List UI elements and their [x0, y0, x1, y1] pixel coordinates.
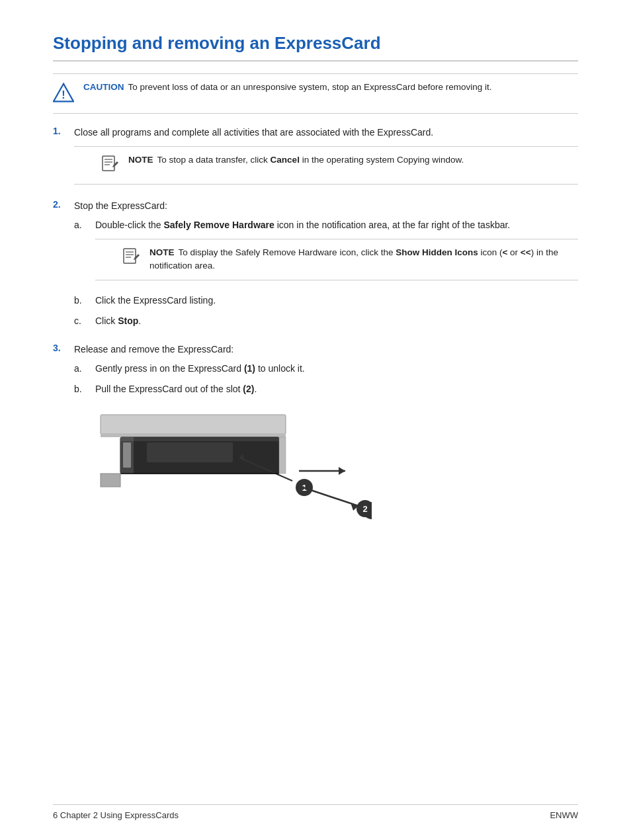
- step-2-text: Stop the ExpressCard:: [74, 200, 167, 211]
- note-bold-1: Cancel: [271, 155, 300, 165]
- step-2: 2. Stop the ExpressCard: a. Double-click…: [53, 199, 578, 335]
- svg-rect-15: [147, 442, 233, 462]
- svg-marker-16: [120, 437, 279, 441]
- step-3: 3. Release and remove the ExpressCard: a…: [53, 343, 578, 558]
- note-2a-before: To display the Safely Remove Hardware ic…: [179, 247, 396, 257]
- step-2a-content: Double-click the Safely Remove Hardware …: [95, 218, 578, 287]
- step-2-num: 2.: [53, 199, 74, 210]
- step-2-content: Stop the ExpressCard: a. Double-click th…: [74, 199, 578, 335]
- step-2c-label: c.: [74, 314, 95, 328]
- note-icon-1: [101, 155, 119, 177]
- note-2a-bold: Show Hidden Icons: [396, 247, 478, 257]
- step-3b-label: b.: [74, 382, 95, 396]
- caution-icon: !: [53, 82, 74, 105]
- note-icon-2: [122, 247, 140, 270]
- svg-line-23: [299, 486, 358, 506]
- step-2c-bold: Stop: [118, 315, 138, 326]
- steps-list: 1. Close all programs and complete all a…: [53, 126, 578, 558]
- step-2b: b. Click the ExpressCard listing.: [74, 294, 578, 308]
- step-2a-note-text: NOTETo display the Safely Remove Hardwar…: [149, 246, 578, 273]
- svg-text:2: 2: [362, 504, 367, 514]
- step-3b-bold: (2): [243, 384, 254, 394]
- step-2a-text-before: Double-click the: [95, 220, 164, 230]
- note-text-after-1: in the operating system Copying window.: [300, 155, 464, 165]
- step-3a: a. Gently press in on the ExpressCard (1…: [74, 362, 578, 376]
- step-3-content: Release and remove the ExpressCard: a. G…: [74, 343, 578, 558]
- step-2c-after: .: [138, 315, 141, 326]
- step-1-text: Close all programs and complete all acti…: [74, 127, 433, 138]
- step-3b-after: .: [254, 384, 257, 394]
- svg-rect-14: [123, 442, 131, 468]
- caution-block: ! CAUTIONTo prevent loss of data or an u…: [53, 73, 578, 114]
- svg-rect-29: [101, 474, 120, 487]
- step-2c-before: Click: [95, 315, 118, 326]
- step-2-substeps: a. Double-click the Safely Remove Hardwa…: [74, 218, 578, 328]
- step-2a-note: NOTETo display the Safely Remove Hardwar…: [95, 239, 578, 280]
- step-3a-before: Gently press in on the ExpressCard: [95, 363, 244, 374]
- step-3b-before: Pull the ExpressCard out of the slot: [95, 384, 243, 394]
- step-2a-text-after: icon in the notification area, at the fa…: [274, 220, 510, 230]
- step-2a-label: a.: [74, 218, 95, 232]
- step-1-num: 1.: [53, 126, 74, 136]
- step-3-text: Release and remove the ExpressCard:: [74, 344, 233, 355]
- svg-rect-2: [103, 156, 114, 171]
- svg-text:!: !: [62, 89, 65, 101]
- step-3-substeps: a. Gently press in on the ExpressCard (1…: [74, 362, 578, 396]
- note-2a-after: icon (: [478, 247, 503, 257]
- step-3a-content: Gently press in on the ExpressCard (1) t…: [95, 362, 578, 376]
- step-3a-after: to unlock it.: [255, 363, 305, 374]
- svg-rect-10: [101, 415, 286, 435]
- step-1-note: NOTETo stop a data transfer, click Cance…: [74, 146, 578, 185]
- step-3a-label: a.: [74, 362, 95, 376]
- step-3b-content: Pull the ExpressCard out of the slot (2)…: [95, 382, 578, 396]
- step-1-content: Close all programs and complete all acti…: [74, 126, 578, 191]
- note-2a-between: or: [507, 247, 521, 257]
- footer-right: ENWW: [550, 810, 578, 820]
- footer-left: 6 Chapter 2 Using ExpressCards: [53, 810, 179, 820]
- svg-marker-22: [339, 467, 345, 475]
- caution-text: CAUTIONTo prevent loss of data or an unr…: [83, 81, 492, 94]
- step-2c: c. Click Stop.: [74, 314, 578, 328]
- page-title: Stopping and removing an ExpressCard: [53, 33, 578, 54]
- note-2a-bold3: <<: [521, 247, 531, 257]
- expresscard-illustration: 1 2: [94, 408, 578, 558]
- note-label-1: NOTE: [128, 155, 153, 165]
- caution-label: CAUTION: [83, 82, 124, 92]
- step-2b-content: Click the ExpressCard listing.: [95, 294, 578, 308]
- step-1: 1. Close all programs and complete all a…: [53, 126, 578, 191]
- step-2b-text: Click the ExpressCard listing.: [95, 295, 216, 306]
- step-3-num: 3.: [53, 343, 74, 353]
- title-divider: [53, 60, 578, 62]
- step-2a-bold: Safely Remove Hardware: [164, 220, 274, 230]
- step-3a-bold: (1): [244, 363, 255, 374]
- step-3b: b. Pull the ExpressCard out of the slot …: [74, 382, 578, 396]
- step-1-note-text: NOTETo stop a data transfer, click Cance…: [128, 153, 464, 167]
- step-2c-content: Click Stop.: [95, 314, 578, 328]
- caution-body: To prevent loss of data or an unresponsi…: [128, 82, 492, 92]
- step-2a: a. Double-click the Safely Remove Hardwa…: [74, 218, 578, 287]
- svg-rect-30: [279, 437, 286, 474]
- svg-rect-6: [124, 249, 136, 263]
- svg-rect-11: [101, 433, 286, 437]
- note-label-2: NOTE: [149, 247, 175, 257]
- step-2b-label: b.: [74, 294, 95, 308]
- page-footer: 6 Chapter 2 Using ExpressCards ENWW: [53, 804, 578, 820]
- note-text-before-1: To stop a data transfer, click: [157, 155, 271, 165]
